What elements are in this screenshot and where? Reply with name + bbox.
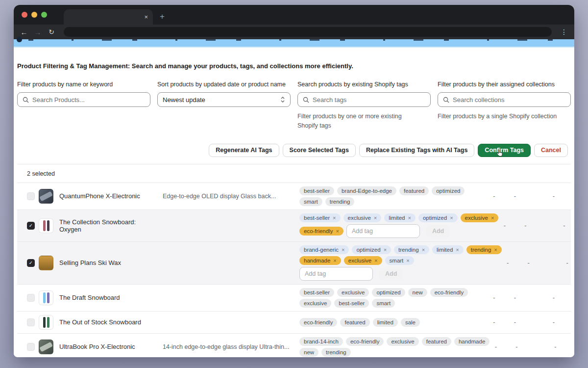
remove-tag-icon[interactable]: × [333, 258, 336, 263]
product-tags: best-seller×exclusive×limited×optimized×… [299, 213, 498, 238]
reload-icon[interactable]: ↻ [47, 28, 56, 36]
remove-tag-icon[interactable]: × [336, 228, 339, 234]
tags-helper-text: Filter products by one or more existing … [297, 112, 422, 131]
remove-tag-icon[interactable]: × [406, 258, 409, 263]
product-description: Edge-to-edge OLED display Glass back... [163, 193, 294, 200]
tag-chip: handmade× [299, 256, 341, 265]
tag-line: eco-friendly×Add [299, 224, 498, 238]
tag-line: best-sellerexclusiveoptimizedneweco-frie… [299, 288, 488, 297]
tag-chip: featured [422, 337, 451, 346]
tag-line: smarttrending [299, 197, 488, 206]
remove-tag-icon[interactable]: × [491, 215, 494, 221]
product-tags: brand-14-incheco-friendlyexclusivefeatur… [299, 337, 490, 357]
add-tag-button[interactable]: Add [426, 225, 450, 237]
tag-line: newtrending [299, 348, 490, 357]
collections-search-input[interactable]: Search collections [438, 92, 571, 107]
minimize-window-button[interactable] [31, 12, 37, 18]
row-checkbox[interactable] [27, 294, 35, 302]
product-search-input[interactable]: Search Products... [17, 92, 150, 107]
row-checkbox[interactable] [27, 343, 35, 351]
page-title: Product Filtering & Tag Management: Sear… [17, 48, 571, 70]
tag-chip: exclusive× [344, 256, 382, 265]
browser-menu-icon[interactable]: ⋮ [560, 28, 568, 36]
browser-window: × + ← → ↻ ⋮ Product Filtering & Tag Mana… [14, 5, 574, 357]
extra-col-2: - [500, 318, 530, 326]
back-icon[interactable]: ← [20, 28, 28, 36]
tag-line: brand-14-incheco-friendlyexclusivefeatur… [299, 337, 490, 346]
tag-chip: limited [373, 318, 398, 327]
tag-chip: exclusive× [343, 213, 382, 222]
tag-chip: brand-14-inch [299, 337, 343, 346]
product-image [39, 256, 53, 270]
page-content: Product Filtering & Tag Management: Sear… [14, 48, 574, 356]
mouse-cursor-icon [496, 149, 504, 157]
tag-chip: eco-friendly× [299, 227, 343, 236]
product-description: 14-inch edge-to-edge glass display Ultra… [163, 343, 294, 350]
tag-chip: new [299, 348, 318, 357]
remove-tag-icon[interactable]: × [374, 258, 377, 263]
row-checkbox[interactable] [27, 318, 35, 326]
tag-chip: smart× [385, 256, 414, 265]
regenerate-ai-tags-button[interactable]: Regenerate AI Tags [209, 144, 279, 157]
close-window-button[interactable] [22, 12, 27, 18]
product-tags: best-sellerexclusiveoptimizedneweco-frie… [299, 288, 488, 308]
filters-row: Filter products by name or keyword Searc… [17, 81, 571, 131]
extra-col-2: - [502, 343, 531, 350]
remove-tag-icon[interactable]: × [408, 215, 411, 221]
row-checkbox[interactable]: ✓ [27, 259, 35, 267]
add-tag-input[interactable] [346, 224, 420, 238]
tag-line: handmade×exclusive×smart× [299, 256, 502, 265]
remove-tag-icon[interactable]: × [422, 247, 425, 253]
remove-tag-icon[interactable]: × [450, 215, 453, 221]
tag-chip: featured [399, 186, 429, 195]
tags-search-input[interactable]: Search tags [297, 92, 431, 107]
browser-tab[interactable]: × [64, 9, 153, 25]
tag-chip: trending [321, 348, 351, 357]
search-tags-column: Search products by existing Shopify tags… [297, 81, 431, 131]
table-row: The Draft Snowboard best-sellerexclusive… [17, 285, 571, 312]
sort-label: Sort products by updated date or product… [157, 81, 291, 88]
remove-tag-icon[interactable]: × [384, 247, 387, 253]
replace-tags-button[interactable]: Replace Existing Tags with AI Tags [359, 144, 474, 157]
remove-tag-icon[interactable]: × [456, 247, 459, 253]
table-row: The Out of Stock Snowboard eco-friendlyf… [17, 312, 571, 334]
cancel-button[interactable]: Cancel [534, 144, 568, 157]
browser-toolbar: ← → ↻ ⋮ [14, 25, 574, 39]
address-bar[interactable] [64, 27, 552, 37]
confirm-tags-button[interactable]: Confirm Tags [478, 144, 531, 157]
banner-info-icon [17, 37, 22, 42]
row-checkbox[interactable] [27, 192, 35, 200]
product-name: Selling Plans Ski Wax [59, 259, 157, 266]
extra-col-3: - [531, 343, 574, 350]
tag-chip: featured [340, 318, 369, 327]
tags-placeholder: Search tags [313, 96, 346, 104]
new-tab-button[interactable]: + [160, 12, 165, 22]
maximize-window-button[interactable] [41, 12, 47, 18]
extra-col-3: - [540, 222, 574, 229]
search-placeholder: Search Products... [32, 96, 85, 104]
add-tag-button[interactable]: Add [379, 267, 403, 280]
remove-tag-icon[interactable]: × [374, 215, 377, 221]
extra-col-1: - [488, 318, 500, 326]
extra-col-1: - [490, 343, 502, 350]
product-image [39, 290, 53, 305]
extra-col-1: - [488, 294, 500, 301]
collections-placeholder: Search collections [453, 96, 505, 104]
remove-tag-icon[interactable]: × [494, 247, 497, 253]
chevron-updown-icon [280, 96, 285, 103]
sort-select[interactable]: Newest update [157, 92, 291, 107]
tag-chip: optimized× [352, 245, 391, 254]
forward-icon[interactable]: → [33, 28, 42, 36]
collections-helper-text: Filter products by a single Shopify coll… [438, 112, 563, 121]
tag-chip: trending× [394, 245, 429, 254]
add-tag-input[interactable] [299, 267, 373, 281]
product-name: QuantumPhone X-Electronic [59, 192, 157, 200]
remove-tag-icon[interactable]: × [342, 247, 344, 253]
tab-close-icon[interactable]: × [144, 14, 148, 20]
remove-tag-icon[interactable]: × [333, 215, 336, 221]
product-image [39, 218, 53, 233]
tag-line: best-sellerbrand-Edge-to-edgefeaturedopt… [299, 186, 488, 195]
search-icon [443, 97, 449, 103]
row-checkbox[interactable]: ✓ [27, 222, 35, 230]
score-selected-tags-button[interactable]: Score Selected Tags [283, 144, 356, 157]
